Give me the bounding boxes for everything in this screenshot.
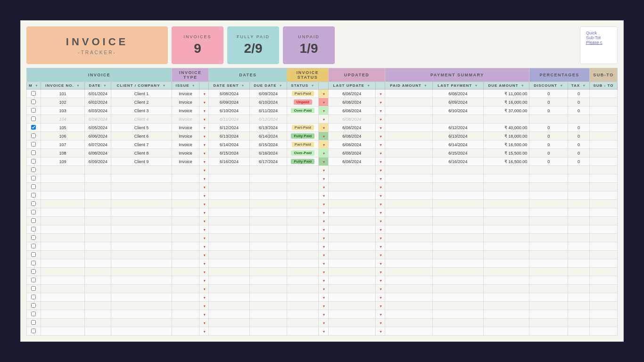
- dropdown-arrow-icon[interactable]: ▼: [322, 203, 325, 206]
- dropdown-arrow-icon[interactable]: ▼: [322, 279, 325, 282]
- quick-calc-link[interactable]: Please c: [586, 40, 611, 45]
- dropdown-arrow-icon[interactable]: ▼: [322, 160, 325, 164]
- dropdown-arrow-icon[interactable]: ▼: [203, 92, 206, 96]
- row-checkbox-empty[interactable]: [31, 320, 36, 325]
- row-checkbox[interactable]: [31, 142, 36, 147]
- dropdown-arrow-icon[interactable]: ▼: [379, 135, 382, 138]
- col-header-status[interactable]: STATUS ▼: [287, 82, 319, 90]
- dropdown-arrow-icon[interactable]: ▼: [322, 254, 325, 257]
- dropdown-arrow-icon[interactable]: ▼: [379, 304, 382, 308]
- dropdown-arrow-icon[interactable]: ▼: [203, 220, 206, 223]
- dropdown-arrow-icon[interactable]: ▼: [203, 237, 206, 240]
- row-checkbox-cell[interactable]: [27, 90, 41, 98]
- dropdown-arrow-icon[interactable]: ▼: [322, 220, 325, 223]
- dropdown-arrow-icon[interactable]: ▼: [203, 245, 206, 248]
- row-checkbox-cell[interactable]: [27, 149, 41, 157]
- row-checkbox-empty[interactable]: [31, 278, 36, 282]
- dropdown-arrow-icon[interactable]: ▼: [203, 177, 206, 181]
- col-header-due-date[interactable]: DUE DATE ▼: [249, 82, 287, 90]
- dropdown-arrow-icon[interactable]: ▼: [203, 109, 206, 113]
- dropdown-arrow-icon[interactable]: ▼: [379, 169, 382, 172]
- cell-status-dropdown[interactable]: ▼: [319, 98, 328, 107]
- dropdown-arrow-icon[interactable]: ▼: [322, 126, 325, 130]
- cell-status-dropdown[interactable]: ▼: [319, 90, 328, 98]
- row-checkbox-cell[interactable]: [27, 140, 41, 149]
- dropdown-arrow-icon[interactable]: ▼: [379, 220, 382, 223]
- col-header-tax[interactable]: TAX ▼: [568, 82, 589, 90]
- dropdown-arrow-icon[interactable]: ▼: [379, 279, 382, 282]
- dropdown-arrow-icon[interactable]: ▼: [203, 271, 206, 274]
- cell-issue-dropdown[interactable]: ▼: [199, 140, 209, 149]
- dropdown-arrow-icon[interactable]: ▼: [203, 118, 206, 121]
- row-checkbox-empty[interactable]: [31, 167, 36, 172]
- cell-issue-dropdown[interactable]: ▼: [199, 90, 209, 98]
- dropdown-arrow-icon[interactable]: ▼: [203, 169, 206, 172]
- col-header-discount[interactable]: DISCOUNT ▼: [529, 82, 568, 90]
- dropdown-arrow-icon[interactable]: ▼: [379, 177, 382, 181]
- row-checkbox-empty[interactable]: [31, 235, 36, 240]
- row-checkbox-empty[interactable]: [31, 193, 36, 197]
- cell-last-update-dropdown[interactable]: ▼: [376, 98, 385, 107]
- dropdown-arrow-icon[interactable]: ▼: [379, 313, 382, 316]
- col-header-last-payment[interactable]: LAST PAYMENT ▼: [432, 82, 483, 90]
- dropdown-arrow-icon[interactable]: ▼: [322, 194, 325, 197]
- dropdown-arrow-icon[interactable]: ▼: [379, 271, 382, 274]
- dropdown-arrow-icon[interactable]: ▼: [203, 211, 206, 214]
- row-checkbox-cell[interactable]: [27, 123, 41, 132]
- row-checkbox-empty[interactable]: [31, 269, 36, 274]
- col-header-last-update[interactable]: LAST UPDATE ▼: [328, 82, 375, 90]
- cell-status-dropdown[interactable]: ▼: [319, 107, 328, 115]
- dropdown-arrow-icon[interactable]: ▼: [322, 296, 325, 299]
- col-header-paid-amount[interactable]: PAID AMOUNT ▼: [385, 82, 433, 90]
- dropdown-arrow-icon[interactable]: ▼: [379, 160, 382, 164]
- dropdown-arrow-icon[interactable]: ▼: [203, 186, 206, 189]
- row-checkbox-empty[interactable]: [31, 201, 36, 206]
- dropdown-arrow-icon[interactable]: ▼: [379, 254, 382, 257]
- dropdown-arrow-icon[interactable]: ▼: [379, 262, 382, 265]
- row-checkbox[interactable]: [31, 108, 36, 113]
- cell-status-dropdown[interactable]: ▼: [319, 157, 328, 166]
- cell-last-update-dropdown[interactable]: ▼: [376, 140, 385, 149]
- dropdown-arrow-icon[interactable]: ▼: [203, 304, 206, 308]
- dropdown-arrow-icon[interactable]: ▼: [379, 126, 382, 130]
- cell-issue-dropdown[interactable]: ▼: [199, 98, 209, 107]
- cell-status-dropdown[interactable]: ▼: [319, 123, 328, 132]
- cell-status-dropdown[interactable]: ▼: [319, 115, 328, 123]
- row-checkbox-empty[interactable]: [31, 261, 36, 265]
- cell-status-dropdown[interactable]: ▼: [319, 149, 328, 157]
- row-checkbox-empty[interactable]: [31, 176, 36, 181]
- dropdown-arrow-icon[interactable]: ▼: [203, 313, 206, 316]
- dropdown-arrow-icon[interactable]: ▼: [203, 194, 206, 197]
- row-checkbox-empty[interactable]: [31, 227, 36, 231]
- row-checkbox-cell[interactable]: [27, 157, 41, 166]
- dropdown-arrow-icon[interactable]: ▼: [379, 109, 382, 113]
- dropdown-arrow-icon[interactable]: ▼: [379, 245, 382, 248]
- dropdown-arrow-icon[interactable]: ▼: [203, 330, 206, 333]
- row-checkbox-cell[interactable]: [27, 98, 41, 107]
- cell-last-update-dropdown[interactable]: ▼: [376, 149, 385, 157]
- dropdown-arrow-icon[interactable]: ▼: [379, 211, 382, 214]
- dropdown-arrow-icon[interactable]: ▼: [322, 135, 325, 138]
- dropdown-arrow-icon[interactable]: ▼: [379, 296, 382, 299]
- dropdown-arrow-icon[interactable]: ▼: [322, 169, 325, 172]
- row-checkbox-empty[interactable]: [31, 218, 36, 223]
- dropdown-arrow-icon[interactable]: ▼: [322, 304, 325, 308]
- row-checkbox-empty[interactable]: [31, 286, 36, 291]
- cell-issue-dropdown[interactable]: ▼: [199, 123, 209, 132]
- cell-last-update-dropdown[interactable]: ▼: [376, 157, 385, 166]
- cell-last-update-dropdown[interactable]: ▼: [376, 90, 385, 98]
- dropdown-arrow-icon[interactable]: ▼: [203, 321, 206, 325]
- dropdown-arrow-icon[interactable]: ▼: [379, 321, 382, 325]
- col-header-due-amount[interactable]: DUE AMOUNT ▼: [483, 82, 529, 90]
- dropdown-arrow-icon[interactable]: ▼: [203, 101, 206, 104]
- col-header-date-sent[interactable]: DATE SENT ▼: [209, 82, 249, 90]
- dropdown-arrow-icon[interactable]: ▼: [322, 262, 325, 265]
- dropdown-arrow-icon[interactable]: ▼: [379, 101, 382, 104]
- dropdown-arrow-icon[interactable]: ▼: [322, 118, 325, 121]
- dropdown-arrow-icon[interactable]: ▼: [322, 288, 325, 291]
- dropdown-arrow-icon[interactable]: ▼: [322, 313, 325, 316]
- row-checkbox[interactable]: [31, 133, 36, 138]
- dropdown-arrow-icon[interactable]: ▼: [379, 330, 382, 333]
- dropdown-arrow-icon[interactable]: ▼: [379, 143, 382, 147]
- row-checkbox-empty[interactable]: [31, 210, 36, 214]
